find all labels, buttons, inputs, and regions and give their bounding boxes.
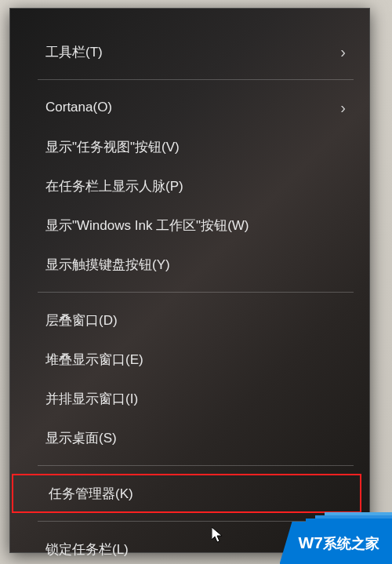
menu-item-show-touch-keyboard[interactable]: 显示触摸键盘按钮(Y)	[10, 245, 369, 284]
menu-item-show-windows-ink[interactable]: 显示"Windows Ink 工作区"按钮(W)	[10, 206, 369, 245]
menu-label: 在任务栏上显示人脉(P)	[45, 177, 346, 195]
menu-label: 显示"任务视图"按钮(V)	[45, 138, 346, 156]
menu-label: 显示"Windows Ink 工作区"按钮(W)	[45, 217, 346, 235]
menu-label: 工具栏(T)	[45, 43, 340, 61]
menu-separator	[38, 292, 354, 293]
menu-label: 堆叠显示窗口(E)	[45, 351, 346, 369]
menu-label: 任务管理器(K)	[49, 485, 336, 503]
watermark-decoration	[306, 512, 392, 522]
menu-item-cortana[interactable]: Cortana(O) ›	[10, 88, 369, 127]
chevron-right-icon: ›	[340, 43, 346, 61]
menu-item-side-by-side[interactable]: 并排显示窗口(I)	[10, 379, 369, 418]
watermark-text: W7系统之家	[299, 533, 380, 553]
menu-item-show-task-view[interactable]: 显示"任务视图"按钮(V)	[10, 127, 369, 166]
menu-item-show-people[interactable]: 在任务栏上显示人脉(P)	[10, 166, 369, 206]
menu-item-task-manager[interactable]: 任务管理器(K)	[12, 474, 361, 513]
menu-label: 层叠窗口(D)	[45, 311, 346, 329]
menu-item-cascade-windows[interactable]: 层叠窗口(D)	[10, 300, 369, 340]
chevron-right-icon: ›	[340, 99, 346, 117]
menu-label: 显示桌面(S)	[45, 429, 346, 447]
taskbar-context-menu: 工具栏(T) › Cortana(O) › 显示"任务视图"按钮(V) 在任务栏…	[9, 8, 370, 553]
menu-item-show-desktop[interactable]: 显示桌面(S)	[10, 418, 369, 457]
menu-separator	[38, 465, 354, 466]
mouse-cursor-icon	[212, 527, 224, 544]
menu-separator	[38, 79, 354, 80]
menu-label: Cortana(O)	[45, 100, 340, 115]
menu-item-toolbars[interactable]: 工具栏(T) ›	[10, 32, 369, 71]
menu-label: 并排显示窗口(I)	[45, 390, 346, 408]
menu-item-stack-windows[interactable]: 堆叠显示窗口(E)	[10, 340, 369, 379]
watermark: W7系统之家	[280, 522, 393, 564]
menu-label: 显示触摸键盘按钮(Y)	[45, 256, 346, 274]
